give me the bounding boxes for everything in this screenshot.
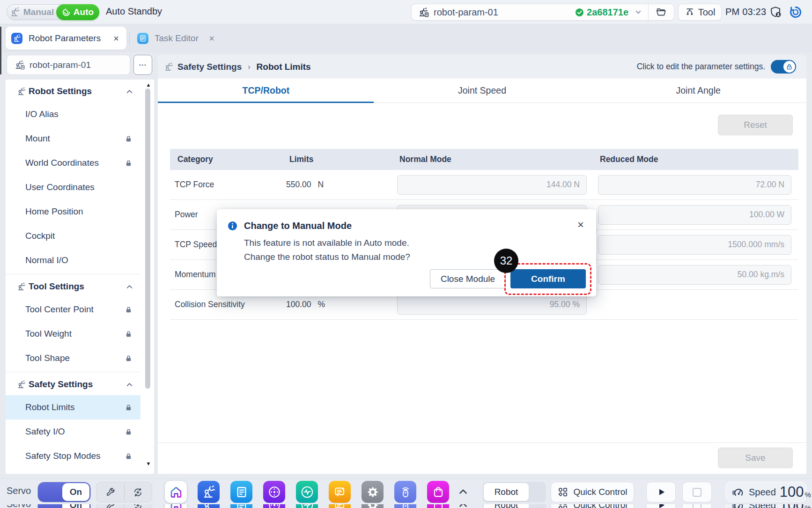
- lock-icon: [125, 160, 132, 167]
- dock-app-settings-gear[interactable]: [362, 481, 384, 503]
- commit-selector[interactable]: 2a68171e: [575, 7, 648, 18]
- section-header-safety-settings[interactable]: Safety Settings: [6, 374, 140, 395]
- robot-arm-icon: [17, 282, 26, 291]
- save-button[interactable]: Save: [718, 448, 793, 468]
- play-button: [646, 504, 676, 508]
- robot-mode-button[interactable]: Robot: [484, 483, 529, 501]
- log-message-icon: [333, 504, 347, 508]
- scroll-down-arrow-icon[interactable]: ▼: [144, 460, 153, 467]
- robot-arm-icon: [17, 380, 26, 389]
- dialog-close-icon[interactable]: ×: [574, 218, 588, 232]
- breadcrumb-robot-icon: [164, 62, 173, 72]
- tab-robot-parameters[interactable]: Robot Parameters ×: [6, 27, 126, 50]
- section-header-robot-settings[interactable]: Robot Settings: [6, 81, 140, 102]
- tab-tcp-robot[interactable]: TCP/Robot: [158, 79, 374, 103]
- tool-button[interactable]: Tool: [678, 4, 722, 21]
- dock-app-jog[interactable]: [263, 481, 285, 503]
- reduced-mode-input[interactable]: 1500.000 mm/s: [598, 235, 791, 255]
- sidebar-item-normal-i-o[interactable]: Normal I/O: [6, 248, 140, 272]
- dock-app-monitor-wave[interactable]: [296, 481, 318, 503]
- dock-app-home[interactable]: [165, 481, 187, 503]
- log-message-icon: [333, 485, 347, 499]
- sidebar-item-mount[interactable]: Mount: [6, 126, 140, 151]
- sidebar-item-label: Tool Weight: [25, 329, 72, 339]
- dock-expand-chevron-icon[interactable]: [457, 486, 469, 498]
- stop-button[interactable]: [682, 482, 712, 502]
- section-header-tool-settings[interactable]: Tool Settings: [6, 276, 140, 297]
- sync-icon[interactable]: [789, 5, 803, 19]
- sidebar-item-tool-center-point[interactable]: Tool Center Point: [6, 297, 140, 322]
- chevron-up-icon[interactable]: [125, 282, 134, 291]
- home-icon: [169, 504, 183, 508]
- chevron-up-icon[interactable]: [125, 380, 134, 389]
- sidebar-item-cockpit[interactable]: Cockpit: [6, 224, 140, 248]
- sidebar-item-tool-weight[interactable]: Tool Weight: [6, 322, 140, 346]
- normal-mode-input[interactable]: 95.00 %: [397, 295, 587, 315]
- parameter-menu-button[interactable]: ···: [133, 55, 152, 75]
- tab-joint-speed[interactable]: Joint Speed: [374, 79, 591, 103]
- dock-app-remote-control[interactable]: [394, 481, 416, 503]
- dock-expand-chevron-icon: [457, 504, 469, 508]
- tab-joint-angle[interactable]: Joint Angle: [590, 79, 806, 103]
- wrench-button[interactable]: [96, 482, 124, 502]
- category-cell: TCP Force: [170, 180, 279, 190]
- servo-toggle[interactable]: On: [37, 482, 91, 502]
- clock: PM 03:23: [725, 7, 766, 17]
- close-tab-icon[interactable]: ×: [209, 34, 214, 43]
- limits-cell: 100.00%: [279, 300, 392, 309]
- tab-task-editor[interactable]: Task Editor ×: [132, 27, 222, 50]
- manual-robot-arm-icon: [10, 7, 20, 17]
- reduced-mode-input[interactable]: 100.00 W: [598, 205, 791, 225]
- scrollbar-thumb[interactable]: [145, 88, 150, 389]
- dock-app-task-document: [230, 504, 252, 508]
- sidebar-item-label: World Coordinates: [25, 158, 99, 168]
- sidebar-item-label: Tool Shape: [25, 353, 70, 363]
- reduced-mode-cell: 100.00 W: [591, 205, 798, 225]
- scroll-up-arrow-icon[interactable]: ▲: [144, 81, 153, 88]
- reduced-mode-input[interactable]: 72.00 N: [598, 175, 791, 195]
- normal-mode-input[interactable]: 144.00 N: [397, 175, 587, 195]
- sidebar-item-tool-shape[interactable]: Tool Shape: [6, 346, 140, 370]
- quick-control-button[interactable]: Quick Control: [551, 482, 634, 502]
- jog-sync-button[interactable]: [124, 482, 152, 502]
- auto-mode-button[interactable]: Auto: [56, 4, 99, 20]
- dock-app-store-bag[interactable]: [427, 481, 449, 503]
- close-module-button[interactable]: Close Module: [430, 269, 506, 288]
- manual-mode-button[interactable]: Manual: [7, 5, 57, 20]
- play-button[interactable]: [646, 482, 676, 502]
- tab-label: Task Editor: [155, 33, 199, 44]
- reduced-mode-input[interactable]: 50.00 kg.m/s: [598, 265, 791, 285]
- breadcrumb-separator-icon: ›: [248, 63, 250, 71]
- auto-swirl-icon: [62, 8, 71, 17]
- sidebar-item-robot-limits[interactable]: Robot Limits: [6, 395, 140, 420]
- sidebar-item-user-coordinates[interactable]: User Coordinates: [6, 175, 140, 199]
- remote-control-icon: [399, 504, 413, 508]
- security-shield-icon[interactable]: [769, 6, 783, 19]
- speed-control[interactable]: Speed100%: [725, 482, 806, 502]
- servo-state: On: [62, 483, 89, 501]
- sidebar-item-safety-i-o[interactable]: Safety I/O: [6, 420, 140, 444]
- sidebar-item-safety-stop-modes[interactable]: Safety Stop Modes: [6, 444, 140, 468]
- close-tab-icon[interactable]: ×: [113, 34, 119, 43]
- parameter-file-selector[interactable]: robot-param-01 2a68171e: [411, 4, 648, 21]
- app-dock: [165, 481, 449, 503]
- edit-lock-toggle[interactable]: [771, 60, 796, 74]
- dock-app-robot-arm[interactable]: [198, 481, 220, 503]
- normal-mode-cell: 144.00 N: [392, 175, 591, 195]
- breadcrumb-bar: Safety Settings › Robot Limits Click to …: [158, 55, 806, 79]
- window-edge-artifact: [0, 27, 1, 74]
- parameter-name-field[interactable]: robot-param-01: [7, 55, 130, 75]
- speed-control: Speed100%: [725, 504, 806, 508]
- open-file-button[interactable]: [648, 4, 674, 21]
- change-to-manual-mode-dialog: Change to Manual Mode × This feature is …: [217, 209, 596, 296]
- sidebar-item-i-o-alias[interactable]: I/O Alias: [6, 102, 140, 126]
- dock-app-task-document[interactable]: [230, 481, 252, 503]
- breadcrumb-parent[interactable]: Safety Settings: [177, 62, 242, 72]
- sidebar-item-label: Safety I/O: [25, 427, 65, 437]
- sidebar-item-world-coordinates[interactable]: World Coordinates: [6, 151, 140, 175]
- dock-app-log-message[interactable]: [329, 481, 351, 503]
- lock-icon: [125, 428, 132, 435]
- reset-button[interactable]: Reset: [718, 115, 793, 135]
- sidebar-item-home-position[interactable]: Home Position: [6, 199, 140, 224]
- chevron-up-icon[interactable]: [125, 87, 134, 96]
